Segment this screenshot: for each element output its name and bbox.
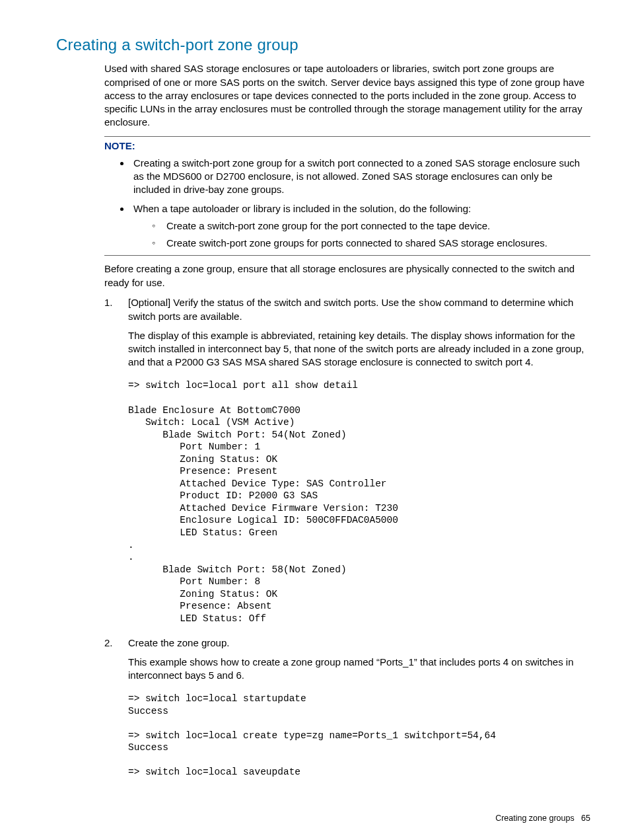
step-number: 2. bbox=[104, 636, 113, 650]
section-heading: Creating a switch-port zone group bbox=[56, 34, 590, 56]
code-block: => switch loc=local startupdate Success … bbox=[128, 693, 590, 779]
list-item-text: When a tape autoloader or library is inc… bbox=[133, 203, 471, 214]
before-paragraph: Before creating a zone group, ensure tha… bbox=[104, 262, 590, 289]
page: Creating a switch-port zone group Used w… bbox=[0, 0, 630, 840]
content-block: Used with shared SAS storage enclosures … bbox=[104, 62, 590, 779]
sub-list: Create a switch-port zone group for the … bbox=[133, 219, 590, 250]
footer-text: Creating zone groups bbox=[495, 814, 575, 823]
step-paragraph: [Optional] Verify the status of the swit… bbox=[128, 296, 590, 324]
step-paragraph: This example shows how to create a zone … bbox=[128, 656, 590, 683]
text: [Optional] Verify the status of the swit… bbox=[128, 297, 418, 308]
divider bbox=[104, 255, 590, 256]
step-item: 1. [Optional] Verify the status of the s… bbox=[104, 296, 590, 625]
step-paragraph: The display of this example is abbreviat… bbox=[128, 329, 590, 369]
page-footer: Creating zone groups 65 bbox=[495, 813, 590, 824]
list-item: Create switch-port zone groups for ports… bbox=[152, 237, 590, 250]
list-item: When a tape autoloader or library is inc… bbox=[131, 202, 590, 250]
code-block: => switch loc=local port all show detail… bbox=[128, 379, 590, 625]
divider bbox=[104, 136, 590, 137]
step-number: 1. bbox=[104, 296, 113, 309]
inline-code: show bbox=[418, 298, 441, 309]
step-item: 2. Create the zone group. This example s… bbox=[104, 636, 590, 779]
step-paragraph: Create the zone group. bbox=[128, 636, 590, 650]
note-label: NOTE: bbox=[104, 139, 590, 153]
note-list: Creating a switch-port zone group for a … bbox=[104, 157, 590, 250]
steps-list: 1. [Optional] Verify the status of the s… bbox=[104, 296, 590, 779]
list-item: Creating a switch-port zone group for a … bbox=[131, 157, 590, 197]
page-number: 65 bbox=[581, 814, 590, 823]
intro-paragraph: Used with shared SAS storage enclosures … bbox=[104, 62, 590, 129]
list-item: Create a switch-port zone group for the … bbox=[152, 219, 590, 233]
